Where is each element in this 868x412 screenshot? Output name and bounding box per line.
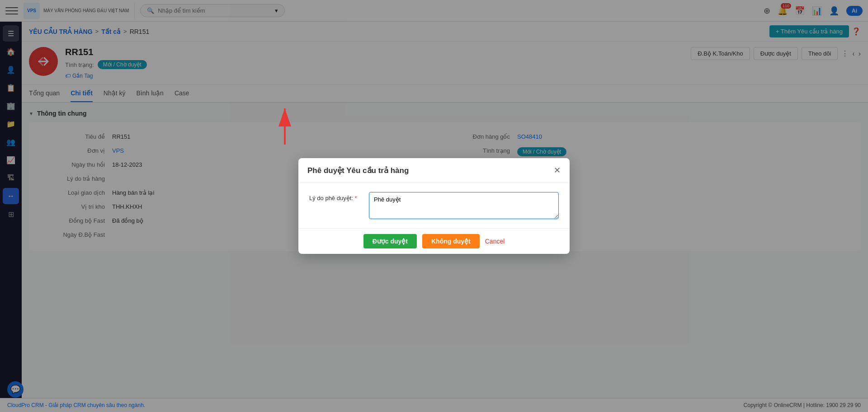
- cancel-button[interactable]: Cancel: [485, 238, 505, 245]
- modal-field-lydopheduyet: Lý do phê duyệt: * Phê duyệt: [309, 192, 559, 219]
- approval-modal: Phê duyệt Yêu cầu trả hàng ✕ Lý do phê d…: [298, 158, 570, 254]
- modal-title: Phê duyệt Yêu cầu trả hàng: [307, 166, 409, 175]
- modal-footer: Được duyệt Không duyệt Cancel: [298, 228, 570, 254]
- modal-field-label: Lý do phê duyệt: *: [309, 192, 363, 201]
- reject-button[interactable]: Không duyệt: [422, 234, 480, 248]
- modal-body: Lý do phê duyệt: * Phê duyệt: [298, 183, 570, 228]
- approve-button[interactable]: Được duyệt: [363, 234, 417, 248]
- approval-reason-textarea[interactable]: Phê duyệt: [369, 192, 559, 219]
- modal-header: Phê duyệt Yêu cầu trả hàng ✕: [298, 158, 570, 183]
- modal-overlay[interactable]: Phê duyệt Yêu cầu trả hàng ✕ Lý do phê d…: [0, 0, 868, 412]
- arrow-annotation: [267, 95, 303, 150]
- field-label-text: Lý do phê duyệt:: [309, 195, 353, 201]
- required-marker: *: [355, 195, 357, 201]
- modal-close-button[interactable]: ✕: [554, 165, 561, 175]
